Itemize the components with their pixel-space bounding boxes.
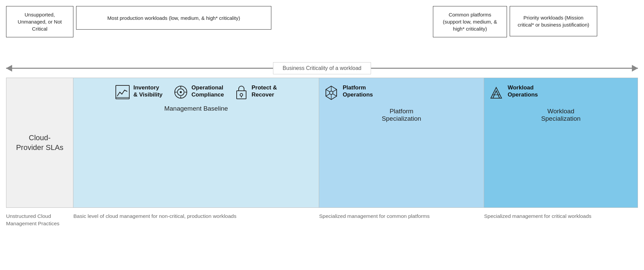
operational-compliance-icon: [173, 85, 188, 100]
protect-recover-item: Protect & Recover: [235, 84, 277, 100]
workload-specialization-sublabel: Workload Specialization: [541, 108, 580, 122]
top-box-unsupported-text: Unsupported, Unmanaged, or Not Critical: [12, 11, 67, 32]
top-box-common-platforms: Common platforms (support low, medium, &…: [433, 6, 507, 37]
workload-operations-item: Workload Operations: [488, 84, 538, 101]
bottom-basic-level: Basic level of cloud management for non-…: [73, 213, 319, 267]
inventory-visibility-label: Inventory & Visibility: [133, 84, 163, 99]
top-section: Unsupported, Unmanaged, or Not Critical …: [0, 0, 644, 59]
bottom-specialized-critical: Specialized management for critical work…: [484, 213, 638, 267]
svg-marker-20: [491, 87, 502, 98]
bottom-specialized-critical-text: Specialized management for critical work…: [484, 213, 591, 219]
arrow-label-text: Business Criticality of a workload: [283, 65, 362, 71]
arrow-right-head: [632, 65, 638, 72]
platform-ops-title-row: Platform Operations: [323, 84, 480, 103]
workload-ops-title-row: Workload Operations: [488, 84, 634, 103]
main-section: Cloud- Provider SLAs Inventory & Visibil…: [0, 78, 644, 208]
top-box-priority-workloads-text: Priority workloads (Mission critical* or…: [516, 14, 591, 28]
svg-line-16: [326, 89, 330, 92]
svg-line-18: [333, 89, 337, 92]
svg-point-13: [330, 91, 333, 94]
icons-row-baseline: Inventory & Visibility Operational Compl…: [77, 84, 315, 100]
col-platform-specialization: Platform Operations Platform Specializat…: [319, 78, 484, 208]
platform-specialization-sublabel: Platform Specialization: [382, 108, 421, 122]
top-box-production: Most production workloads (low, medium, …: [76, 6, 271, 30]
platform-operations-label: Platform Operations: [343, 84, 373, 99]
bottom-unstructured-text: Unstructured Cloud Management Practices: [6, 213, 60, 226]
svg-line-19: [326, 94, 330, 96]
bottom-basic-level-text: Basic level of cloud management for non-…: [73, 213, 236, 219]
col0-title: Cloud- Provider SLAs: [16, 133, 64, 152]
arrow-left-head: [6, 65, 12, 72]
svg-point-4: [180, 91, 182, 93]
arrow-label-box: Business Criticality of a workload: [273, 62, 371, 74]
svg-rect-0: [116, 85, 129, 99]
svg-point-10: [240, 93, 243, 96]
top-box-common-platforms-text: Common platforms (support low, medium, &…: [439, 11, 501, 32]
operational-compliance-label: Operational Compliance: [192, 84, 224, 99]
bottom-unstructured: Unstructured Cloud Management Practices: [6, 213, 73, 267]
col-workload-specialization: Workload Operations Workload Specializat…: [484, 78, 638, 208]
inventory-visibility-icon: [115, 85, 130, 100]
top-box-production-text: Most production workloads (low, medium, …: [107, 14, 240, 22]
platform-operations-icon: [323, 85, 339, 101]
top-box-unsupported: Unsupported, Unmanaged, or Not Critical: [6, 6, 73, 37]
workload-operations-icon: [488, 85, 504, 101]
svg-rect-9: [237, 91, 246, 99]
bottom-specialized-platforms: Specialized management for common platfo…: [319, 213, 484, 267]
top-box-priority-workloads: Priority workloads (Mission critical* or…: [510, 6, 597, 36]
protect-recover-label: Protect & Recover: [251, 84, 277, 99]
platform-operations-item: Platform Operations: [323, 84, 373, 101]
diagram-container: Unsupported, Unmanaged, or Not Critical …: [0, 0, 644, 270]
inventory-visibility-item: Inventory & Visibility: [115, 84, 163, 100]
arrow-row: Business Criticality of a workload: [0, 59, 644, 78]
workload-operations-label: Workload Operations: [508, 84, 538, 99]
management-baseline-sublabel: Management Baseline: [164, 105, 228, 112]
bottom-section: Unstructured Cloud Management Practices …: [0, 208, 644, 270]
operational-compliance-item: Operational Compliance: [173, 84, 224, 100]
bottom-specialized-platforms-text: Specialized management for common platfo…: [319, 213, 430, 219]
protect-recover-icon: [235, 85, 248, 100]
col-cloud-provider-slas: Cloud- Provider SLAs: [6, 78, 73, 208]
col-management-baseline: Inventory & Visibility Operational Compl…: [73, 78, 319, 208]
svg-line-17: [333, 94, 337, 96]
